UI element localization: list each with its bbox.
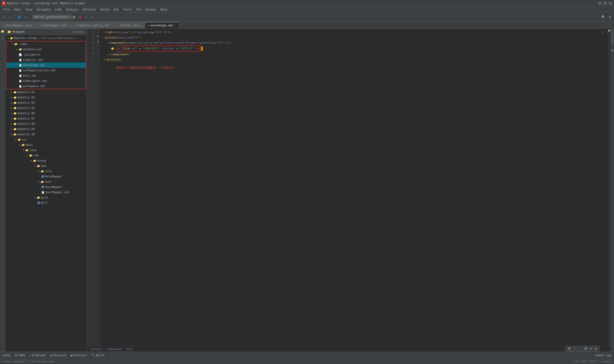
maximize-button[interactable]: □ — [603, 2, 607, 5]
tree-usermapper-class[interactable]: C UserMapper — [5, 184, 87, 190]
project-icon[interactable]: 📁 — [1, 30, 4, 33]
tree-mybatis-01[interactable]: ▶ 📁 mybatis-01 — [5, 90, 87, 95]
run-config-dropdown[interactable]: MyTest.getUserCount ▾ — [32, 15, 72, 19]
tree-arrow[interactable]: ▼ — [33, 196, 37, 199]
ime-dot[interactable]: · — [580, 347, 582, 351]
tree-user[interactable]: ▼ 📂 user — [5, 179, 87, 184]
tree-main[interactable]: ▼ 📂 main — [5, 142, 87, 147]
tree-root[interactable]: ▼ 📂 Mybatis-Study E:\Software\IDEA\Mybat… — [5, 35, 87, 41]
ime-paren[interactable]: ） — [574, 347, 577, 351]
tree-compiler-xml[interactable]: 📋 compiler.xml — [6, 57, 86, 63]
ime-english[interactable]: 英 — [568, 347, 571, 351]
tree-arrow[interactable]: ▶ — [10, 107, 14, 109]
tree-mybatis-06[interactable]: ▶ 📁 mybatis-06 — [5, 111, 87, 116]
close-panel-icon[interactable]: ✕ — [83, 30, 85, 34]
vcs-button[interactable]: ↩ — [24, 15, 28, 19]
charset-display[interactable]: UTF-8 — [589, 360, 598, 363]
tree-encodings-xml[interactable]: 📋 encodings.xml — [6, 63, 86, 68]
menu-build[interactable]: Build — [99, 7, 111, 12]
run-tool-button[interactable]: ▶ Run — [1, 353, 13, 358]
tab-encodings-xml[interactable]: ⊞ encodings.xml ✕ — [145, 22, 179, 28]
tree-usermapper-xml[interactable]: 📋 UserMapper.xml — [5, 190, 87, 195]
menu-edit[interactable]: Edit — [12, 7, 23, 12]
tree-arrow[interactable]: ▶ — [10, 96, 14, 99]
tree-mybatis-05[interactable]: ▶ 📁 mybatis-05 — [5, 105, 87, 111]
tree-arrow[interactable]: ▼ — [37, 181, 41, 183]
tree-datasources[interactable]: ▶ 📁 dataSources — [6, 47, 86, 52]
menu-file[interactable]: File — [1, 7, 12, 12]
profiler-button[interactable]: ◉ Profiler — [69, 353, 89, 358]
code-editor[interactable]: <?xml version = "1.0" encoding = "UTF-8"… — [100, 29, 608, 346]
tree-pojo[interactable]: ▼ 📂 pojo — [5, 195, 87, 200]
tree-bill[interactable]: C Bill — [5, 200, 87, 206]
debug-button[interactable]: 🐞 — [77, 15, 83, 19]
tree-mybatis-03[interactable]: ▶ 📁 mybatis-03 — [5, 100, 87, 105]
tree-mybatis-10[interactable]: ▼ 📂 mybatis-10 — [5, 132, 87, 137]
tree-idea-folder[interactable]: ▼ 📂 .idea — [6, 41, 86, 47]
tree-gitignore[interactable]: 📄 .gitignore — [6, 52, 86, 57]
search-everywhere-button[interactable]: 🔍 — [600, 15, 607, 19]
tree-arrow[interactable]: ▼ — [6, 37, 10, 39]
tree-arrow[interactable]: ▼ — [37, 170, 41, 172]
tree-arrow[interactable]: ▶ — [10, 102, 14, 104]
tab-close-icon[interactable]: ✕ — [111, 24, 112, 26]
breadcrumb-project[interactable]: project — [91, 348, 103, 351]
more-run-button[interactable]: ▷ — [89, 15, 94, 19]
tree-arrow[interactable]: ▶ — [10, 123, 14, 125]
tab-mybatis-config[interactable]: ⊞ mybatis-config.xml ✕ — [73, 22, 115, 28]
menu-view[interactable]: View — [24, 7, 34, 12]
tree-jar-repositories[interactable]: 📋 jarRepositories.xml — [6, 68, 86, 73]
tree-arrow[interactable]: ▶ — [10, 91, 14, 93]
menu-refactor[interactable]: Refactor — [81, 7, 98, 12]
fold-6[interactable]: ▽ — [96, 56, 100, 61]
todo-button[interactable]: ☰ TODO — [13, 353, 27, 358]
tree-misc-xml[interactable]: 📋 misc.xml — [6, 73, 86, 78]
problems-button[interactable]: ⚠ Problems — [28, 353, 48, 358]
locate-icon[interactable]: ◎ — [72, 30, 74, 34]
event-log-button[interactable]: Event Log — [594, 353, 613, 358]
tree-role[interactable]: ▼ 📂 role — [5, 169, 87, 174]
tab-close-icon[interactable]: ✕ — [69, 24, 70, 26]
tab-usermapper-xml[interactable]: ⊞ UserMapper.xml ✕ — [38, 22, 73, 28]
tree-arrow[interactable]: ▶ — [15, 48, 19, 51]
menu-window[interactable]: Window — [144, 7, 158, 12]
expand-icon[interactable]: ⊞ — [77, 30, 79, 34]
ime-emoji[interactable]: ☺ — [590, 347, 592, 351]
menu-analyze[interactable]: Analyze — [64, 7, 80, 12]
terminal-button[interactable]: ▮ Terminal — [48, 353, 68, 358]
tree-rolemapper[interactable]: C RoleMapper — [5, 174, 87, 179]
tree-arrow[interactable]: ▼ — [26, 154, 29, 157]
breadcrumb-file[interactable]: file — [126, 348, 133, 351]
coverage-button[interactable]: ☂ — [84, 15, 88, 19]
tree-arrow[interactable]: ▼ — [14, 138, 18, 141]
tree-com[interactable]: ▼ 📂 com — [5, 153, 87, 158]
indent-display[interactable]: 2 spaces — [599, 360, 612, 363]
profile-button[interactable]: 👤 — [16, 15, 23, 19]
tab-close-icon[interactable]: ✕ — [175, 24, 176, 27]
settings-icon[interactable]: ⚙ — [80, 30, 82, 34]
menu-tools[interactable]: Tools — [121, 7, 134, 12]
tree-java[interactable]: ▼ 📂 java — [5, 147, 87, 153]
tree-uidesigner-xml[interactable]: 📋 uiDesigner.xml — [6, 78, 86, 84]
tree-arrow[interactable]: ▶ — [10, 128, 14, 130]
tree-mybatis-09[interactable]: ▶ 📁 mybatis-09 — [5, 126, 87, 132]
menu-code[interactable]: Code — [53, 7, 64, 12]
collapse-all-icon[interactable]: ⊟ — [75, 30, 77, 34]
tree-arrow[interactable]: ▼ — [22, 149, 26, 151]
back-button[interactable]: ← — [2, 15, 6, 19]
fold-1[interactable] — [96, 30, 100, 35]
menu-help[interactable]: Help — [159, 7, 169, 12]
build-button[interactable]: 🔨 Build — [89, 353, 106, 358]
window-controls[interactable]: ─ □ ✕ — [598, 2, 612, 5]
line-ending[interactable]: CRLF — [581, 360, 588, 363]
tree-arrow[interactable]: ▶ — [10, 117, 14, 120]
minimize-button[interactable]: ─ — [598, 2, 601, 5]
database-label[interactable]: Database — [611, 30, 614, 43]
tree-workspace-xml[interactable]: 📋 workspace.xml — [6, 84, 86, 89]
breadcrumb-component[interactable]: component — [107, 348, 122, 351]
menu-navigate[interactable]: Navigate — [35, 7, 53, 12]
tab-usermapper-java[interactable]: ☕ UserMapper.java ✕ — [0, 22, 38, 28]
tree-dao[interactable]: ▼ 📂 dao — [5, 163, 87, 169]
tree-arrow[interactable]: ▶ — [10, 112, 14, 115]
tree-mybatis-02[interactable]: ▶ 📁 mybatis-02 — [5, 95, 87, 100]
